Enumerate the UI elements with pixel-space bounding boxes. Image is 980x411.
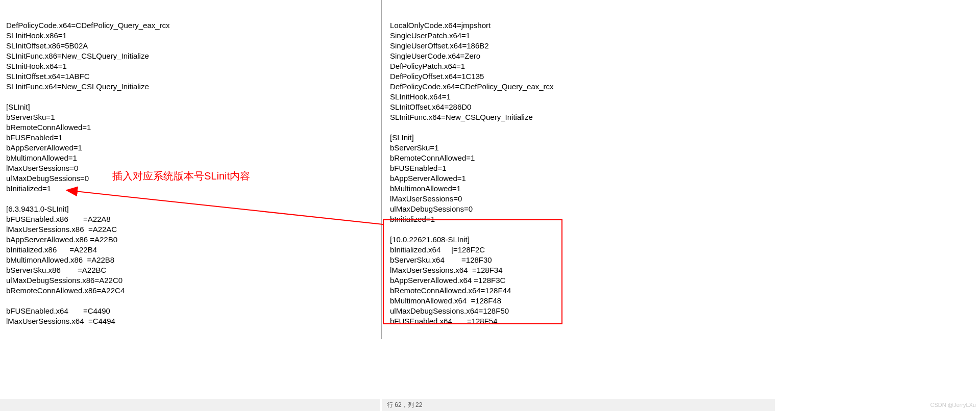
highlight-box [383, 219, 562, 324]
status-bar-right: 行 62，列 22 [382, 399, 775, 411]
watermark: CSDN @JerryLXu [930, 402, 976, 408]
panel-divider [381, 0, 382, 339]
status-bar-left [0, 399, 380, 411]
status-right-text: 行 62，列 22 [387, 401, 422, 409]
annotation-label: 插入对应系统版本号SLinit内容 [112, 169, 250, 183]
left-editor-panel[interactable]: DefPolicyCode.x64=CDefPolicy_Query_eax_r… [6, 0, 374, 337]
